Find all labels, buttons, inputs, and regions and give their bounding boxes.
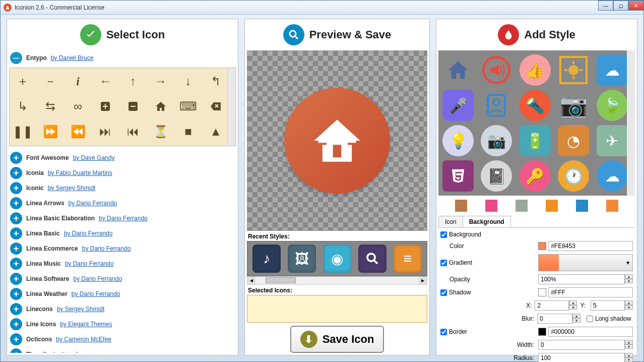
preset-flashlight[interactable]: 🔦 [520,90,551,121]
corner-right-icon[interactable]: ↳ [15,98,31,114]
scroll-left-icon[interactable]: ◀ [247,277,255,284]
recent-style-list[interactable]: ≡ [394,245,422,273]
arrow-down-icon[interactable]: ↓ [180,73,197,89]
set-author-link[interactable]: by Cameron McEfee [56,336,111,343]
recent-style-search[interactable] [358,245,387,273]
set-author-link[interactable]: by Fabio Duarte Martins [48,169,112,176]
color-swatch[interactable] [516,200,528,212]
preset-bulb[interactable]: 💡 [442,125,474,156]
preset-mic[interactable]: 🎤 [442,90,474,121]
preset-thumbs-up[interactable]: 👍 [520,54,551,86]
blur-input[interactable] [537,314,572,324]
preset-pie[interactable]: ◔ [558,125,589,156]
opacity-input[interactable] [538,274,625,284]
corner-left-icon[interactable]: ↰ [208,73,224,89]
preset-camera[interactable]: 📷 [481,125,512,156]
minimize-button[interactable]: — [598,1,613,11]
scrollbar[interactable] [627,50,635,196]
set-author-link[interactable]: by Dave Gandy [73,154,115,161]
set-author-link[interactable]: by Dario Ferrando [69,200,117,207]
set-author-link[interactable]: by Dario Ferrando [72,290,120,297]
preset-volume[interactable] [481,54,512,86]
gradient-checkbox[interactable] [440,260,447,266]
preset-plane[interactable]: ✈ [597,125,628,156]
expand-icon[interactable]: + [10,258,22,270]
backspace-icon[interactable] [208,98,224,114]
pause-icon[interactable]: ❚❚ [15,124,31,140]
set-author-link[interactable]: by Dario Ferrando [65,260,114,267]
expand-icon[interactable]: + [10,318,22,330]
set-author-link[interactable]: by Elegant Themes [60,321,112,328]
border-checkbox[interactable] [440,329,447,335]
expand-icon[interactable]: + [10,348,22,353]
swap-icon[interactable]: ⇆ [42,98,58,114]
recent-style-music[interactable]: ♪ [252,245,281,273]
radius-input[interactable] [538,353,625,362]
home-icon[interactable] [153,98,169,114]
expand-icon[interactable]: + [10,273,22,285]
border-color-input[interactable] [548,327,633,337]
eject-icon[interactable]: ▲ [208,124,224,140]
shadow-color-input[interactable] [548,287,633,297]
x-input[interactable] [535,300,569,311]
rewind-icon[interactable]: ⏪ [70,124,86,140]
expand-icon[interactable]: + [10,152,22,164]
preset-leaf[interactable]: 🍃 [597,90,628,121]
expand-icon[interactable]: + [10,167,22,179]
shadow-color-chip[interactable] [538,288,546,296]
preview-canvas[interactable] [247,50,427,231]
fast-forward-icon[interactable]: ⏩ [42,124,58,140]
color-swatch[interactable] [576,200,588,212]
expand-icon[interactable]: + [10,212,22,224]
preset-camera-outline[interactable]: 📷 [558,90,589,121]
close-button[interactable]: ✕ [628,1,643,11]
expand-icon[interactable]: + [10,288,22,300]
color-swatch[interactable] [455,200,467,212]
hourglass-icon[interactable]: ⏳ [153,124,169,140]
expand-icon[interactable]: + [10,303,22,315]
preset-gear[interactable] [558,54,589,86]
background-checkbox[interactable] [440,231,447,238]
stop-icon[interactable]: ■ [180,124,197,140]
info-icon[interactable]: i [70,73,86,89]
width-input[interactable] [538,340,625,350]
arrow-left-icon[interactable]: ← [97,73,113,89]
set-author-link[interactable]: by Dario Ferrando [64,230,113,237]
expand-icon[interactable]: + [10,197,22,209]
set-author-link[interactable]: by Dario Ferrando [82,245,131,252]
set-author-link[interactable]: by Sergey Shmidt [48,185,96,192]
recent-style-image[interactable]: 🖼 [288,245,316,273]
recent-style-rewind[interactable]: ◉ [323,245,351,273]
set-author-link[interactable]: by themify.me [53,351,91,353]
y-input[interactable] [591,300,625,311]
preset-key[interactable]: 🔑 [520,160,551,192]
scroll-right-icon[interactable]: ▶ [419,277,427,284]
minus-icon[interactable]: － [42,73,58,89]
keyboard-icon[interactable]: ⌨ [180,98,197,114]
expand-icon[interactable]: + [10,182,22,194]
selected-icons-box[interactable] [247,295,427,323]
save-icon-button[interactable]: ⬇ Save Icon [290,326,384,353]
set-author-link[interactable]: by Sergey Shmidt [57,306,105,313]
scrollbar[interactable] [227,68,235,146]
preset-notebook[interactable]: 📓 [481,160,512,192]
preset-clock[interactable]: 🕐 [558,160,589,192]
preset-battery[interactable]: 🔋 [520,125,551,156]
expand-icon[interactable]: + [10,333,22,345]
tab-icon[interactable]: Icon [438,216,463,227]
maximize-button[interactable]: ◻ [613,1,628,11]
arrow-up-icon[interactable]: ↑ [125,73,141,89]
spin-up-icon[interactable]: ▲ [625,274,633,279]
preset-home[interactable] [442,54,474,86]
skip-forward-icon[interactable]: ⏭ [97,124,113,140]
collapse-icon[interactable]: — [10,52,22,64]
spin-down-icon[interactable]: ▼ [625,279,633,283]
preset-contacts[interactable] [481,90,512,121]
set-author-link[interactable]: by Dario Ferrando [99,215,148,222]
color-chip[interactable] [538,242,546,250]
preset-cloud-up[interactable]: ☁ [597,160,628,192]
longshadow-checkbox[interactable] [587,316,593,322]
expand-icon[interactable]: + [10,243,22,255]
scroll-thumb[interactable] [266,277,296,283]
set-author-link[interactable]: by Daniel Bruce [51,54,94,62]
